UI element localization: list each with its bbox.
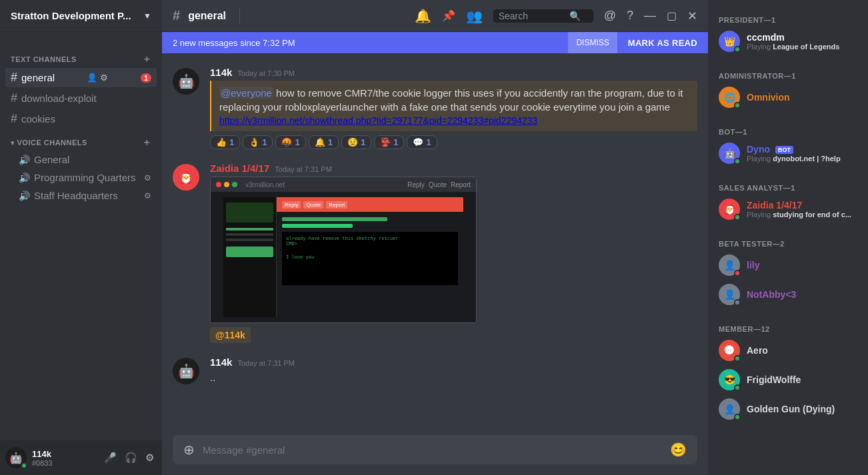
screen-inner: Reply Quote Report already have remove t… (223, 197, 463, 317)
message-2: 🎅 Zaidia 1/4/17 Today at 7:31 PM v3rmill… (162, 160, 708, 346)
search-bar[interactable]: 🔍 (493, 9, 593, 23)
member-avatar-dyno: 🤖 (719, 143, 740, 164)
emoji-button[interactable]: 😊 (667, 439, 689, 460)
at-icon[interactable]: @ (604, 9, 616, 23)
voice-channel-staff[interactable]: 🔊 Staff Headquarters ⚙ (5, 187, 157, 204)
member-avatar-zaidia: 🎅 (719, 199, 740, 220)
cccmdm-info: cccmdm Playing League of Legends (747, 32, 839, 51)
minimize-icon[interactable]: — (644, 9, 656, 23)
zaidia-avatar-icon: 🎅 (724, 204, 735, 215)
golden-info: Golden Gun (Dying) (747, 404, 835, 414)
settings-icon[interactable]: ⚙ (100, 73, 108, 83)
message-3-header: 114k Today at 7:31 PM (210, 356, 697, 368)
message-1-body: @everyone how to remove CMR7/the cookie … (210, 81, 697, 131)
member-avatar-frigid: 😎 (719, 369, 740, 390)
settings-button[interactable]: ⚙ (143, 449, 157, 466)
message-2-image[interactable]: v3rmillion.net Reply Quote Report (210, 177, 477, 323)
quote-btn: Quote (429, 181, 447, 189)
bell-icon[interactable]: 🔔 (415, 8, 431, 24)
help-icon[interactable]: ? (627, 9, 633, 23)
voice-channel-programming[interactable]: 🔊 Programming Quarters ⚙ (5, 169, 157, 186)
voice-channels-header[interactable]: ▾ VOICE CHANNELS ＋ (5, 134, 157, 151)
upload-icon[interactable]: ⊕ (181, 439, 197, 460)
channel-name-cookies: cookies (21, 113, 55, 125)
members-group-president: PRESIDENT—1 👑 cccmdm Playing League of L… (713, 11, 863, 56)
channel-cookies[interactable]: # cookies (5, 109, 157, 129)
omnivion-name: Omnivion (747, 92, 790, 103)
screen-nav-item-3 (226, 238, 273, 241)
term-text-1: already have remove this sketchy rescuer (286, 236, 454, 241)
group-label-beta: BETA TESTER—2 (713, 235, 863, 250)
member-zaidia[interactable]: 🎅 Zaidia 1/4/17 Playing studying for end… (713, 195, 863, 224)
server-header[interactable]: Stratton Development P... ▼ (0, 0, 162, 32)
voice-staff-label: Staff Headquarters (34, 190, 118, 201)
screen-body-content: already have remove this sketchy rescuer… (277, 212, 463, 317)
reaction-speech[interactable]: 💬1 (407, 135, 437, 149)
member-golden[interactable]: 👤 Golden Gun (Dying) (713, 394, 863, 424)
maximize-icon[interactable]: ▢ (667, 9, 677, 22)
message-1: 🤖 114k Today at 7:30 PM @everyone how to… (162, 64, 708, 152)
dyno-activity: Playing dynobot.net | ?help (747, 155, 841, 163)
message-1-url[interactable]: https://v3rmillion.net/showthread.php?ti… (219, 115, 537, 126)
dyno-name: Dyno BOT (747, 144, 841, 155)
reaction-sad[interactable]: 😟1 (341, 135, 371, 149)
notabby-avatar-icon: 👤 (724, 289, 735, 300)
voice-programming-settings[interactable]: ⚙ (144, 173, 151, 183)
dyno-avatar-icon: 🤖 (724, 148, 735, 159)
reaction-goblin[interactable]: 👺1 (374, 135, 404, 149)
search-input[interactable] (499, 11, 565, 21)
reaction-angry[interactable]: 🤬1 (275, 135, 305, 149)
reaction-ok[interactable]: 👌1 (243, 135, 273, 149)
screen-topbar: v3rmillion.net Reply Quote Report (211, 177, 476, 192)
channel-download-exploit[interactable]: # download-exploit (5, 89, 157, 108)
channel-general[interactable]: # general 👤 ⚙ 1 (5, 68, 157, 87)
screen-nav-item-1 (226, 228, 273, 231)
message-2-mention-tag: @114k (210, 327, 251, 343)
group-label-bot: BOT—1 (713, 123, 863, 139)
sidebar: Stratton Development P... ▼ TEXT CHANNEL… (0, 0, 162, 475)
zaidia-info: Zaidia 1/4/17 Playing studying for end o… (747, 200, 851, 219)
chat-input-field[interactable] (203, 438, 662, 462)
group-label-sales: SALES ANALYST—1 (713, 179, 863, 195)
banner-text: 2 new messages since 7:32 PM (162, 38, 568, 48)
banner-dismiss-button[interactable]: DISMISS (568, 32, 617, 53)
hash-icon-download: # (11, 91, 17, 105)
member-lily[interactable]: 👤 lily (713, 250, 863, 280)
mute-button[interactable]: 🎤 (101, 449, 119, 466)
message-1-reactions: 👍1 👌1 🤬1 🔔1 😟1 👺1 💬1 (210, 135, 697, 149)
member-avatar-lily: 👤 (719, 254, 740, 276)
members-sidebar: PRESIDENT—1 👑 cccmdm Playing League of L… (708, 0, 868, 475)
member-aero[interactable]: 🅐 Aero (713, 336, 863, 365)
member-frigid[interactable]: 😎 FrigidWolffe (713, 365, 863, 394)
invite-icon[interactable]: 👤 (87, 73, 97, 83)
messages-area: 🤖 114k Today at 7:30 PM @everyone how to… (162, 53, 708, 435)
member-avatar-aero: 🅐 (719, 340, 740, 361)
pin-icon[interactable]: 📌 (442, 9, 455, 22)
member-dyno[interactable]: 🤖 Dyno BOT Playing dynobot.net | ?help (713, 139, 863, 168)
add-voice-icon[interactable]: ＋ (142, 137, 152, 149)
message-2-avatar: 🎅 (173, 164, 199, 191)
member-cccmdm[interactable]: 👑 cccmdm Playing League of Legends (713, 27, 863, 56)
close-icon[interactable]: ✕ (687, 9, 697, 23)
message-1-content: 114k Today at 7:30 PM @everyone how to r… (210, 67, 697, 149)
reaction-bell[interactable]: 🔔1 (309, 135, 339, 149)
screen-terminal: already have remove this sketchy rescuer… (282, 232, 458, 285)
message-3-content: 114k Today at 7:31 PM .. (210, 356, 697, 384)
group-label-member: MEMBER—12 (713, 320, 863, 336)
deafen-button[interactable]: 🎧 (122, 449, 140, 466)
members-icon[interactable]: 👥 (466, 8, 483, 24)
voice-staff-settings[interactable]: ⚙ (144, 191, 151, 201)
speaker-icon-programming: 🔊 (19, 173, 30, 183)
notabby-info: NotAbby<3 (747, 289, 796, 300)
add-channel-icon[interactable]: ＋ (142, 53, 152, 65)
message-1-timestamp: Today at 7:30 PM (237, 69, 295, 77)
member-notabby[interactable]: 👤 NotAbby<3 (713, 280, 863, 309)
cccmdm-avatar-icon: 👑 (724, 36, 735, 47)
text-channels-header[interactable]: TEXT CHANNELS ＋ (5, 43, 157, 68)
member-omnivion[interactable]: 🌐 Omnivion (713, 83, 863, 112)
message-2-header: Zaidia 1/4/17 Today at 7:31 PM (210, 163, 697, 174)
screen-sidebar (223, 197, 277, 317)
reaction-thumbsup[interactable]: 👍1 (210, 135, 240, 149)
banner-mark-read-button[interactable]: MARK AS READ (617, 35, 708, 51)
voice-channel-general[interactable]: 🔊 General (5, 151, 157, 168)
